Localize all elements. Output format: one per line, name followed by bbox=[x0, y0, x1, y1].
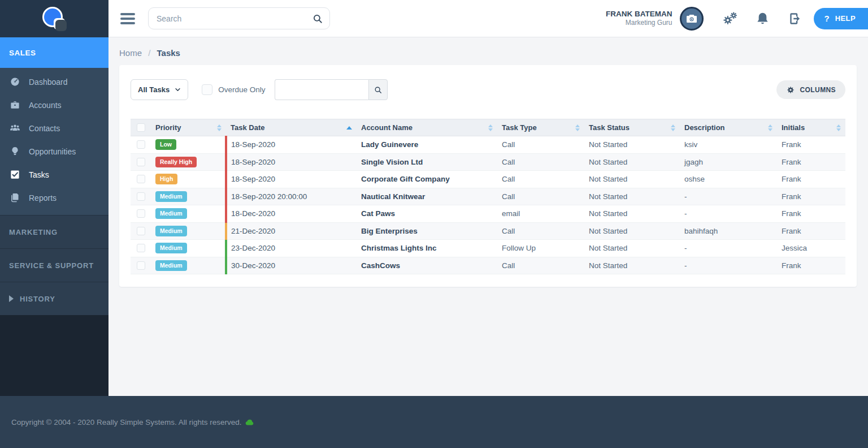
select-all-checkbox[interactable] bbox=[137, 123, 145, 132]
dashboard-icon bbox=[10, 76, 20, 87]
task-status-cell: Not Started bbox=[584, 136, 680, 154]
task-status-cell: Not Started bbox=[584, 205, 680, 223]
settings-gears-icon[interactable] bbox=[722, 11, 737, 26]
initials-cell: Frank bbox=[777, 222, 845, 240]
table-row[interactable]: Really High 18-Sep-2020 Single Vision Lt… bbox=[131, 153, 845, 171]
task-filter-select[interactable]: All Tasks bbox=[131, 79, 188, 100]
row-checkbox[interactable] bbox=[137, 209, 145, 218]
column-header-priority[interactable]: Priority bbox=[151, 119, 226, 136]
column-header-task-date[interactable]: Task Date bbox=[226, 119, 357, 136]
avatar[interactable] bbox=[680, 7, 704, 31]
task-date-cell: 23-Dec-2020 bbox=[226, 240, 357, 257]
sidebar-item-reports[interactable]: Reports bbox=[0, 186, 108, 209]
account-name-cell[interactable]: CashCows bbox=[357, 257, 497, 274]
sidebar-item-accounts[interactable]: Accounts bbox=[0, 93, 108, 117]
table-row[interactable]: Medium 21-Dec-2020 Big Enterprises Call … bbox=[131, 222, 845, 240]
logo[interactable] bbox=[0, 0, 108, 37]
account-name-cell[interactable]: Cat Paws bbox=[357, 205, 497, 223]
initials-cell: Frank bbox=[777, 205, 845, 223]
hamburger-menu-icon[interactable] bbox=[120, 13, 135, 24]
account-name-cell[interactable]: Corporate Gift Company bbox=[357, 171, 497, 188]
table-header-row: PriorityTask DateAccount NameTask TypeTa… bbox=[131, 119, 845, 136]
columns-button[interactable]: COLUMNS bbox=[776, 80, 845, 99]
table-row[interactable]: Medium 18-Dec-2020 Cat Paws email Not St… bbox=[131, 205, 845, 223]
history-label: HISTORY bbox=[20, 295, 55, 303]
task-type-cell: Call bbox=[497, 257, 584, 274]
sidebar-item-opportunities[interactable]: Opportunities bbox=[0, 140, 108, 163]
sales-label: SALES bbox=[9, 49, 36, 57]
priority-badge: Medium bbox=[155, 260, 187, 271]
column-header-description[interactable]: Description bbox=[680, 119, 777, 136]
user-menu[interactable]: FRANK BATEMAN Marketing Guru bbox=[606, 10, 672, 28]
row-checkbox[interactable] bbox=[137, 175, 145, 183]
description-cell: ksiv bbox=[680, 136, 777, 154]
column-header-account-name[interactable]: Account Name bbox=[357, 119, 497, 136]
account-name-cell[interactable]: Big Enterprises bbox=[357, 222, 497, 240]
logout-icon[interactable] bbox=[788, 11, 803, 26]
table-head: PriorityTask DateAccount NameTask TypeTa… bbox=[131, 119, 845, 136]
column-header-task-status[interactable]: Task Status bbox=[584, 119, 680, 136]
table-row[interactable]: Low 18-Sep-2020 Lady Guinevere Call Not … bbox=[131, 136, 845, 154]
notifications-bell-icon[interactable] bbox=[755, 11, 770, 26]
search-icon bbox=[374, 86, 382, 94]
sort-icon bbox=[836, 124, 841, 131]
sidebar-section-history[interactable]: HISTORY bbox=[0, 282, 108, 315]
sort-icon bbox=[671, 124, 675, 131]
user-name: FRANK BATEMAN bbox=[606, 10, 672, 19]
sidebar-filler bbox=[0, 315, 108, 396]
sidebar-item-contacts[interactable]: Contacts bbox=[0, 117, 108, 140]
sidebar-item-dashboard[interactable]: Dashboard bbox=[0, 70, 108, 93]
row-checkbox[interactable] bbox=[137, 192, 145, 201]
table-search-group bbox=[275, 79, 388, 100]
table-row[interactable]: Medium 30-Dec-2020 CashCows Call Not Sta… bbox=[131, 257, 845, 274]
sidebar-header-sales[interactable]: SALES bbox=[0, 37, 108, 68]
global-search-input[interactable] bbox=[157, 14, 313, 23]
table-search-button[interactable] bbox=[368, 79, 388, 100]
column-header-initials[interactable]: Initials bbox=[777, 119, 845, 136]
breadcrumb: Home / Tasks bbox=[119, 48, 857, 58]
sidebar-section-service-support[interactable]: SERVICE & SUPPORT bbox=[0, 248, 108, 282]
main-content: Home / Tasks All Tasks Overdue Only bbox=[108, 37, 868, 396]
initials-cell: Frank bbox=[777, 188, 845, 205]
description-cell: bahihfaqh bbox=[680, 222, 777, 240]
sidebar-item-tasks[interactable]: Tasks bbox=[0, 163, 108, 186]
sort-icon bbox=[217, 124, 222, 131]
column-header-task-type[interactable]: Task Type bbox=[497, 119, 584, 136]
chevron-down-icon bbox=[175, 87, 181, 93]
row-checkbox[interactable] bbox=[137, 244, 145, 252]
account-name-cell[interactable]: Nautical Knitwear bbox=[357, 188, 497, 205]
search-icon[interactable] bbox=[313, 14, 323, 24]
row-checkbox[interactable] bbox=[137, 140, 145, 149]
sidebar-section-marketing[interactable]: MARKETING bbox=[0, 215, 108, 248]
row-checkbox[interactable] bbox=[137, 227, 145, 235]
help-button[interactable]: ? HELP bbox=[814, 8, 868, 29]
table-row[interactable]: High 18-Sep-2020 Corporate Gift Company … bbox=[131, 171, 845, 188]
overdue-only-checkbox[interactable] bbox=[202, 84, 212, 95]
description-cell: - bbox=[680, 188, 777, 205]
priority-badge: Medium bbox=[155, 243, 187, 253]
row-checkbox[interactable] bbox=[137, 261, 145, 270]
task-type-cell: Follow Up bbox=[497, 240, 584, 257]
priority-badge: High bbox=[155, 174, 177, 184]
sort-icon bbox=[488, 124, 493, 131]
account-name-cell[interactable]: Single Vision Ltd bbox=[357, 153, 497, 171]
row-checkbox[interactable] bbox=[137, 158, 145, 166]
task-status-cell: Not Started bbox=[584, 240, 680, 257]
camera-icon bbox=[685, 12, 698, 25]
initials-cell: Frank bbox=[777, 136, 845, 154]
breadcrumb-separator: / bbox=[148, 48, 150, 58]
sidebar-item-label: Reports bbox=[29, 193, 57, 203]
help-question-icon: ? bbox=[824, 14, 830, 23]
account-name-cell[interactable]: Christmas Lights Inc bbox=[357, 240, 497, 257]
account-name-cell[interactable]: Lady Guinevere bbox=[357, 136, 497, 154]
priority-badge: Low bbox=[155, 139, 176, 150]
breadcrumb-home-link[interactable]: Home bbox=[119, 48, 142, 58]
initials-cell: Frank bbox=[777, 171, 845, 188]
sort-icon bbox=[768, 124, 772, 131]
table-search-input[interactable] bbox=[275, 79, 368, 100]
task-date-cell: 30-Dec-2020 bbox=[226, 257, 357, 274]
table-row[interactable]: Medium 18-Sep-2020 20:00:00 Nautical Kni… bbox=[131, 188, 845, 205]
table-row[interactable]: Medium 23-Dec-2020 Christmas Lights Inc … bbox=[131, 240, 845, 257]
footer: Copyright © 2004 - 2020 Really Simple Sy… bbox=[0, 396, 868, 448]
description-cell: - bbox=[680, 205, 777, 223]
